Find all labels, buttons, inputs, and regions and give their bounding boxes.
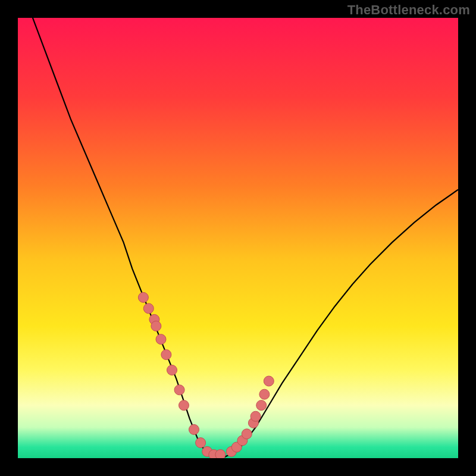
plot-area <box>18 18 458 458</box>
scatter-dot <box>178 400 189 411</box>
chart-svg <box>18 18 458 458</box>
scatter-dot <box>259 389 270 399</box>
watermark-text: TheBottleneck.com <box>347 2 470 18</box>
scatter-dot <box>161 350 171 360</box>
scatter-dot <box>215 450 226 458</box>
scatter-dot <box>256 400 267 411</box>
scatter-dot <box>196 438 206 448</box>
scatter-dot <box>151 321 161 331</box>
scatter-dot <box>143 303 154 314</box>
scatter-dot <box>167 365 177 375</box>
scatter-dot <box>138 292 148 302</box>
scatter-dot <box>174 385 184 395</box>
scatter-dot <box>242 429 252 439</box>
chart-frame: TheBottleneck.com <box>0 0 476 476</box>
scatter-dot <box>264 376 274 386</box>
scatter-dot <box>250 411 261 421</box>
scatter-dot <box>156 334 166 345</box>
bottleneck-curve <box>31 18 458 457</box>
scatter-dot <box>189 424 199 434</box>
scatter-dots <box>138 292 274 458</box>
